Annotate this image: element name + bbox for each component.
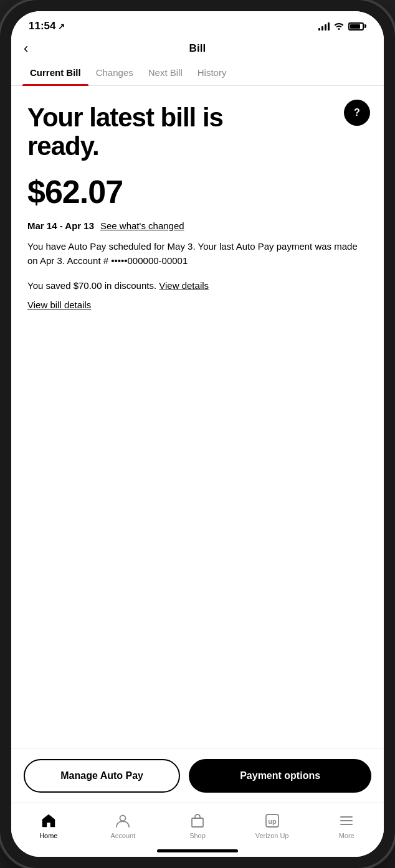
back-button[interactable]: ‹ [24,42,28,55]
discounts-text: You saved $70.00 in discounts. View deta… [27,280,368,291]
home-indicator [11,844,384,857]
nav-item-account[interactable]: Account [86,809,161,842]
phone-frame: 11:54 ↗ [0,0,395,868]
tabs-bar: Current Bill Changes Next Bill History [11,61,384,86]
help-button[interactable]: ? [344,100,370,126]
tab-next-bill[interactable]: Next Bill [141,61,190,85]
phone-screen: 11:54 ↗ [11,11,384,857]
svg-rect-1 [192,818,203,827]
view-bill-link[interactable]: View bill details [27,300,91,310]
nav-label-home: Home [39,832,57,839]
svg-text:up: up [268,818,277,825]
page-title: Bill [189,42,206,55]
time-display: 11:54 [29,20,55,32]
bill-amount: $62.07 [27,173,368,210]
nav-item-more[interactable]: More [309,809,384,842]
bill-period: Mar 14 - Apr 13 See what's changed [27,220,368,231]
tab-current-bill[interactable]: Current Bill [22,61,88,85]
payment-options-button[interactable]: Payment options [189,759,371,793]
main-content: ? Your latest bill is ready. $62.07 Mar … [11,86,384,748]
bottom-action-buttons: Manage Auto Pay Payment options [11,748,384,803]
header: ‹ Bill [11,37,384,61]
tab-changes[interactable]: Changes [88,61,141,85]
account-icon [114,812,131,829]
tab-history[interactable]: History [190,61,234,85]
nav-label-shop: Shop [189,832,206,839]
shop-icon [189,812,206,829]
nav-label-more: More [339,832,355,839]
location-icon: ↗ [58,22,65,31]
status-icons [318,21,367,32]
autopay-text: You have Auto Pay scheduled for May 3. Y… [27,240,368,268]
question-mark-icon: ? [354,108,360,118]
wifi-icon [333,21,345,32]
bill-headline: Your latest bill is ready. [27,103,227,161]
status-bar: 11:54 ↗ [11,11,384,37]
status-time: 11:54 ↗ [29,20,65,32]
more-icon [338,812,355,829]
verizon-up-icon: up [264,812,281,829]
home-indicator-bar [157,849,238,852]
view-details-link[interactable]: View details [159,280,209,291]
svg-point-0 [120,816,126,821]
bottom-nav: Home Account [11,803,384,844]
nav-item-verizon-up[interactable]: up Verizon Up [235,809,310,842]
nav-item-home[interactable]: Home [11,809,86,842]
home-icon [40,812,57,829]
battery-icon [348,22,366,31]
manage-auto-pay-button[interactable]: Manage Auto Pay [24,759,180,793]
nav-item-shop[interactable]: Shop [160,809,235,842]
nav-label-account: Account [111,832,136,839]
see-changes-link[interactable]: See what's changed [100,220,184,231]
signal-bars-icon [318,22,330,31]
nav-label-verizon-up: Verizon Up [255,832,289,839]
bill-date-range: Mar 14 - Apr 13 [27,220,94,231]
